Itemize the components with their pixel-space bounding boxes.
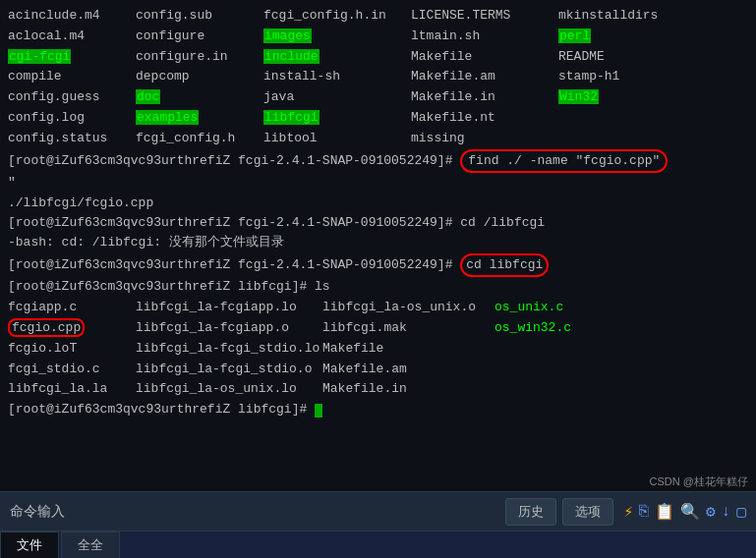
find-quote: " bbox=[8, 173, 16, 193]
file-fcgi-config-h: fcgi_config.h bbox=[136, 129, 263, 149]
lf-empty2 bbox=[494, 360, 622, 380]
file-list-row3: cgi-fcgi configure.in include Makefile R… bbox=[8, 47, 748, 68]
file-readme: README bbox=[558, 47, 706, 68]
file-include: include bbox=[263, 47, 411, 68]
download-icon[interactable]: ↓ bbox=[722, 503, 731, 521]
file-license: LICENSE.TERMS bbox=[411, 6, 558, 27]
lf-makefile-am: Makefile.am bbox=[322, 360, 494, 380]
file-java: java bbox=[263, 87, 411, 108]
bottom-bar: 命令输入 历史 选项 ⚡ ⎘ 📋 🔍 ⚙ ↓ ▢ bbox=[0, 491, 756, 530]
prompt1: [root@iZuf63cm3qvc93urthrefiZ fcgi-2.4.1… bbox=[8, 151, 460, 172]
copy-icon[interactable]: ⎘ bbox=[639, 503, 649, 521]
ls-command-line: [root@iZuf63cm3qvc93urthrefiZ libfcgi]# … bbox=[8, 277, 748, 298]
history-button[interactable]: 历史 bbox=[505, 498, 556, 526]
find-command-line: [root@iZuf63cm3qvc93urthrefiZ fcgi-2.4.1… bbox=[8, 149, 748, 174]
lf-os-unix-c: os_unix.c bbox=[494, 298, 622, 318]
window-icon[interactable]: ▢ bbox=[736, 502, 746, 522]
file-acinclude-m4: acinclude.m4 bbox=[8, 6, 136, 27]
lf-empty1 bbox=[494, 339, 622, 360]
cd-command-box: cd libfcgi bbox=[460, 253, 549, 278]
file-libtool: libtool bbox=[263, 129, 411, 149]
lf-la-os-unix-lo: libfcgi_la-os_unix.lo bbox=[136, 379, 322, 400]
lf-mak: libfcgi.mak bbox=[322, 318, 494, 339]
file-configure: configure bbox=[136, 27, 263, 47]
file-config-log: config.log bbox=[8, 108, 136, 129]
lf-la-fcgiapp-lo: libfcgi_la-fcgiapp.lo bbox=[136, 298, 322, 318]
tab-all[interactable]: 全全 bbox=[61, 531, 120, 558]
file-cgi-fcgi: cgi-fcgi bbox=[8, 47, 136, 68]
tabs-bar: 文件 全全 bbox=[0, 530, 756, 558]
lf-fcgio-lot: fcgio.loT bbox=[8, 339, 136, 360]
file-aclocal: aclocal.m4 bbox=[8, 27, 136, 47]
lf-fcgi-stdio-c: fcgi_stdio.c bbox=[8, 360, 136, 380]
file-list-row5: config.guess doc java Makefile.in Win32 bbox=[8, 87, 748, 108]
file-list-row4: compile depcomp install-sh Makefile.am s… bbox=[8, 67, 748, 87]
file-config-status: config.status bbox=[8, 129, 136, 149]
libfcgi-files: fcgiapp.c libfcgi_la-fcgiapp.lo libfcgi_… bbox=[8, 298, 748, 400]
lf-os-win32-c: os_win32.c bbox=[494, 318, 622, 339]
lf-la-fcgi-stdio-o: libfcgi_la-fcgi_stdio.o bbox=[136, 360, 322, 380]
file-list-row1: acinclude.m4 config.sub fcgi_config.h.in… bbox=[8, 6, 748, 27]
cd-good-command-line: [root@iZuf63cm3qvc93urthrefiZ fcgi-2.4.1… bbox=[8, 253, 748, 278]
lightning-icon[interactable]: ⚡ bbox=[623, 502, 633, 522]
file-libfcgi: libfcgi bbox=[263, 108, 411, 129]
cd-bad-command-line: [root@iZuf63cm3qvc93urthrefiZ fcgi-2.4.1… bbox=[8, 213, 748, 234]
file-depcomp: depcomp bbox=[136, 67, 263, 87]
find-output: ./libfcgi/fcgio.cpp bbox=[8, 194, 748, 213]
settings-icon[interactable]: ⚙ bbox=[706, 502, 716, 522]
prompt4: [root@iZuf63cm3qvc93urthrefiZ libfcgi]# … bbox=[8, 277, 330, 298]
cursor bbox=[315, 404, 322, 418]
cmd-input-label: 命令输入 bbox=[10, 503, 505, 521]
file-win32: Win32 bbox=[558, 87, 706, 108]
find-result: ./libfcgi/fcgio.cpp bbox=[8, 194, 153, 213]
file-makefile-in: Makefile.in bbox=[411, 87, 558, 108]
file-mkinstalldirs: mkinstalldirs bbox=[558, 6, 706, 27]
file-stamp-h1: stamp-h1 bbox=[558, 67, 706, 87]
lf-la-fcgi-stdio-lo: libfcgi_la-fcgi_stdio.lo bbox=[136, 339, 322, 360]
paste-icon[interactable]: 📋 bbox=[655, 502, 674, 522]
cd-error-line: -bash: cd: /libfcgi: 没有那个文件或目录 bbox=[8, 233, 748, 252]
file-config-sub: config.sub bbox=[136, 6, 263, 27]
file-examples: examples bbox=[136, 108, 263, 129]
lf-fcgiapp-c: fcgiapp.c bbox=[8, 298, 136, 318]
file-empty6 bbox=[558, 108, 706, 129]
file-makefile-nt: Makefile.nt bbox=[411, 108, 558, 129]
prompt3: [root@iZuf63cm3qvc93urthrefiZ fcgi-2.4.1… bbox=[8, 255, 460, 276]
file-fcgi-config-hin: fcgi_config.h.in bbox=[263, 6, 411, 27]
terminal: acinclude.m4 config.sub fcgi_config.h.in… bbox=[0, 0, 756, 491]
lf-la-os-unix-o: libfcgi_la-os_unix.o bbox=[322, 298, 494, 318]
final-prompt: [root@iZuf63cm3qvc93urthrefiZ libfcgi]# bbox=[8, 400, 315, 420]
cd-error-text: -bash: cd: /libfcgi: 没有那个文件或目录 bbox=[8, 233, 284, 252]
lf-makefile-in: Makefile.in bbox=[322, 379, 494, 400]
file-configure-in: configure.in bbox=[136, 47, 263, 68]
tab-files[interactable]: 文件 bbox=[0, 531, 59, 558]
lf-la-fcgiapp-o: libfcgi_la-fcgiapp.o bbox=[136, 318, 322, 339]
file-doc: doc bbox=[136, 87, 263, 108]
file-list-row2: aclocal.m4 configure images ltmain.sh pe… bbox=[8, 27, 748, 47]
file-list-row6: config.log examples libfcgi Makefile.nt bbox=[8, 108, 748, 129]
search-icon[interactable]: 🔍 bbox=[680, 502, 700, 522]
file-config-guess: config.guess bbox=[8, 87, 136, 108]
lf-fcgio-cpp: fcgio.cpp bbox=[8, 318, 136, 339]
file-list-row7: config.status fcgi_config.h libtool miss… bbox=[8, 129, 748, 149]
file-install-sh: install-sh bbox=[263, 67, 411, 87]
file-ltmain: ltmain.sh bbox=[411, 27, 558, 47]
lf-empty3 bbox=[494, 379, 622, 400]
file-perl: perl bbox=[558, 27, 706, 47]
file-missing: missing bbox=[411, 129, 558, 149]
prompt2: [root@iZuf63cm3qvc93urthrefiZ fcgi-2.4.1… bbox=[8, 213, 545, 234]
lf-makefile: Makefile bbox=[322, 339, 494, 360]
find-continuation: " bbox=[8, 173, 748, 193]
file-makefile: Makefile bbox=[411, 47, 558, 68]
file-empty7 bbox=[558, 129, 706, 149]
file-makefile-am: Makefile.am bbox=[411, 67, 558, 87]
final-prompt-line: [root@iZuf63cm3qvc93urthrefiZ libfcgi]# bbox=[8, 400, 748, 420]
options-button[interactable]: 选项 bbox=[562, 498, 613, 526]
watermark: CSDN @桂花年糕仔 bbox=[650, 474, 748, 489]
button-group: 历史 选项 bbox=[505, 498, 613, 526]
file-compile: compile bbox=[8, 67, 136, 87]
file-images: images bbox=[263, 27, 411, 47]
icon-bar: ⚡ ⎘ 📋 🔍 ⚙ ↓ ▢ bbox=[623, 502, 746, 522]
lf-fcgi-la: libfcgi_la.la bbox=[8, 379, 136, 400]
find-command-box: find ./ -name "fcgio.cpp" bbox=[460, 149, 668, 174]
